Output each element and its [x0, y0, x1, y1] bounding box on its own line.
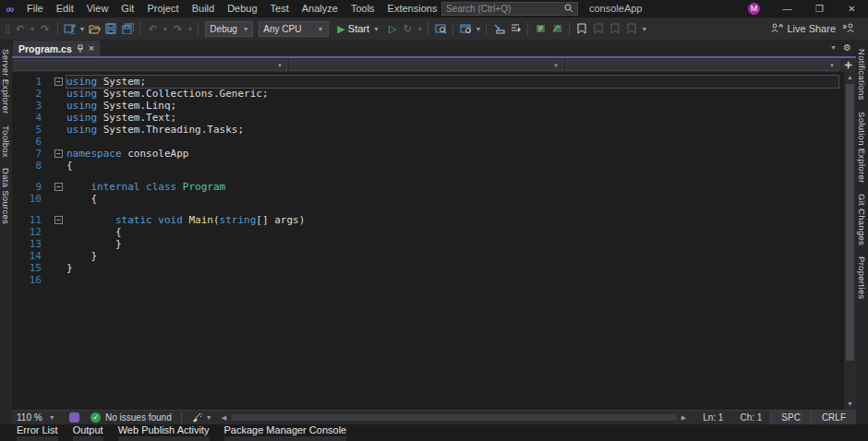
panel-tab-web-publish-activity[interactable]: Web Publish Activity	[118, 424, 210, 441]
new-project-chevron-icon[interactable]: ▼	[79, 26, 86, 32]
search-input[interactable]: Search (Ctrl+Q)	[446, 4, 564, 14]
menu-edit[interactable]: Edit	[50, 0, 80, 18]
window-position-chevron-icon[interactable]: ▼	[830, 44, 837, 51]
tool-tab-server-explorer[interactable]: Server Explorer	[1, 43, 11, 120]
close-button[interactable]: ✕	[836, 0, 868, 18]
minimize-button[interactable]: —	[771, 0, 803, 18]
code-line-3[interactable]: 3using System.Linq;	[12, 100, 844, 112]
scroll-down-icon[interactable]: ▼	[847, 399, 853, 410]
horizontal-scrollbar-track[interactable]	[229, 413, 679, 422]
code-line-13[interactable]: 13 }	[12, 238, 844, 250]
scroll-up-icon[interactable]: ▲	[847, 72, 853, 83]
tab-program-cs[interactable]: Program.cs ×	[13, 41, 100, 56]
solution-platforms-dropdown[interactable]: Any CPU ▼	[259, 21, 329, 37]
toggle-bookmark-icon[interactable]	[574, 21, 589, 36]
open-file-icon[interactable]	[87, 21, 102, 36]
collapse-icon[interactable]: −	[54, 183, 63, 191]
document-health-indicator[interactable]: ✓ No issues found	[90, 412, 172, 423]
code-line-10[interactable]: 10 {	[12, 193, 844, 205]
code-line-6[interactable]: 6	[12, 136, 844, 148]
fold-marker[interactable]: −	[54, 77, 66, 86]
panel-tab-error-list[interactable]: Error List	[17, 424, 58, 441]
save-icon[interactable]	[103, 21, 118, 36]
find-in-files-icon[interactable]	[433, 21, 448, 36]
start-without-debugging-icon[interactable]: ▷	[389, 23, 396, 35]
uncomment-lines-icon[interactable]	[549, 21, 564, 36]
menu-git[interactable]: Git	[115, 0, 140, 18]
zoom-dropdown[interactable]: 110 % ▼	[12, 412, 66, 423]
menu-extensions[interactable]: Extensions	[381, 0, 444, 18]
panel-tab-output[interactable]: Output	[73, 424, 103, 441]
start-debugging-button[interactable]: ▶ Start ▼	[335, 23, 382, 35]
code-line-1[interactable]: 1−using System;	[12, 76, 844, 88]
collapse-icon[interactable]: −	[54, 77, 63, 86]
code-line-7[interactable]: 7−namespace consoleApp	[12, 148, 844, 160]
line-ending-indicator[interactable]: CRLF	[811, 411, 856, 424]
menu-view[interactable]: View	[80, 0, 115, 18]
menu-test[interactable]: Test	[264, 0, 295, 18]
account-avatar[interactable]: M	[748, 3, 760, 15]
clear-bookmarks-icon[interactable]	[624, 21, 639, 36]
tool-tab-notifications[interactable]: Notifications	[857, 43, 867, 106]
tool-tab-properties[interactable]: Properties	[857, 251, 867, 304]
horizontal-scrollbar[interactable]: ◀ ▶	[219, 411, 690, 424]
restore-button[interactable]: ❐	[803, 0, 836, 18]
scroll-right-icon[interactable]: ▶	[679, 414, 689, 422]
menu-file[interactable]: File	[20, 0, 50, 18]
redo-chevron-icon[interactable]: ▼	[187, 26, 193, 32]
undo-chevron-icon[interactable]: ▼	[162, 26, 168, 32]
new-project-icon[interactable]	[63, 21, 78, 36]
code-line-12[interactable]: 12 {	[12, 226, 844, 238]
navigate-back-icon[interactable]: ↶	[13, 21, 28, 36]
code-cleanup-button[interactable]: ▼	[191, 412, 213, 423]
run-to-cursor-icon[interactable]	[508, 21, 523, 36]
horizontal-scrollbar-thumb[interactable]	[231, 414, 677, 421]
vertical-scrollbar[interactable]: ▲ ▼	[844, 72, 856, 410]
solution-configurations-dropdown[interactable]: Debug ▼	[205, 21, 253, 37]
fold-marker[interactable]: −	[54, 183, 66, 191]
window-layout-chevron-icon[interactable]: ▼	[475, 26, 481, 32]
project-dropdown[interactable]: ▼	[14, 60, 287, 71]
member-dropdown[interactable]: ▼	[566, 60, 839, 71]
tool-tab-toolbox[interactable]: Toolbox	[1, 120, 11, 163]
type-dropdown[interactable]: ▼	[290, 60, 563, 71]
code-lines[interactable]: 1−using System;2using System.Collections…	[12, 72, 844, 410]
navigate-back-chevron-icon[interactable]: ▼	[30, 26, 36, 32]
close-tab-icon[interactable]: ×	[89, 43, 94, 54]
undo-icon[interactable]: ↶	[145, 21, 160, 36]
panel-tab-package-manager-console[interactable]: Package Manager Console	[224, 424, 347, 441]
collapse-icon[interactable]: −	[54, 216, 63, 224]
menu-build[interactable]: Build	[186, 0, 221, 18]
fold-marker[interactable]: −	[54, 216, 66, 224]
next-bookmark-icon[interactable]	[608, 21, 622, 36]
code-line-8[interactable]: 8{	[12, 160, 844, 172]
show-next-statement-icon[interactable]	[491, 21, 506, 36]
vertical-scrollbar-thumb[interactable]	[846, 84, 854, 361]
collapse-icon[interactable]: −	[54, 149, 63, 158]
code-line-5[interactable]: 5using System.Threading.Tasks;	[12, 124, 844, 136]
code-line-11[interactable]: 11− static void Main(string[] args)	[12, 214, 844, 226]
tool-tab-solution-explorer[interactable]: Solution Explorer	[857, 106, 867, 188]
save-window-layout-icon[interactable]	[458, 21, 473, 36]
hot-reload-icon[interactable]: ↻	[400, 21, 415, 36]
feedback-icon[interactable]	[843, 23, 855, 35]
hot-reload-chevron-icon[interactable]: ▼	[416, 26, 423, 32]
toolbar-drag-handle[interactable]: ⣿	[5, 24, 10, 33]
code-line-9[interactable]: 9− internal class Program	[12, 181, 844, 193]
search-box[interactable]: Search (Ctrl+Q)	[441, 2, 578, 16]
split-window-icon[interactable]: ✛	[842, 60, 854, 70]
tool-tab-data-sources[interactable]: Data Sources	[1, 162, 11, 230]
spaces-indicator[interactable]: SPC	[770, 411, 811, 424]
editor-settings-gear-icon[interactable]: ⚙	[843, 42, 851, 53]
comment-lines-icon[interactable]	[533, 21, 548, 36]
tool-tab-git-changes[interactable]: Git Changes	[857, 188, 867, 251]
redo-icon[interactable]: ↷	[170, 21, 185, 36]
save-all-icon[interactable]	[120, 21, 135, 36]
code-line-15[interactable]: 15}	[12, 262, 844, 274]
code-line-14[interactable]: 14 }	[12, 250, 844, 262]
live-share-button[interactable]: Live Share	[771, 23, 836, 35]
pin-tab-icon[interactable]	[77, 44, 84, 53]
code-line-4[interactable]: 4using System.Text;	[12, 112, 844, 124]
menu-tools[interactable]: Tools	[344, 0, 381, 18]
code-suggestions-icon[interactable]	[69, 412, 79, 423]
